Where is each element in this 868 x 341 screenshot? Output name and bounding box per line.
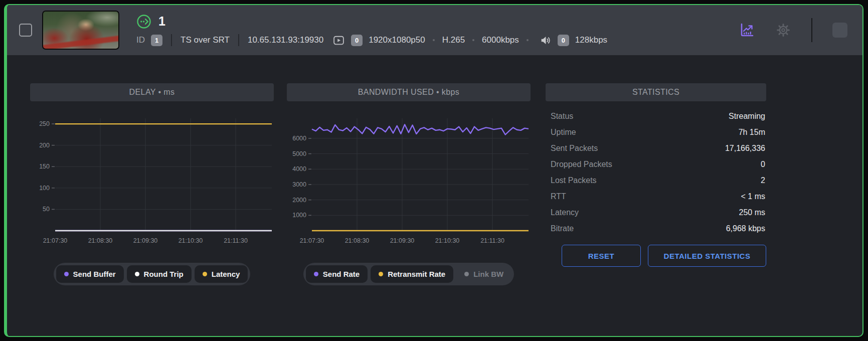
stat-value: 7h 15m bbox=[739, 128, 765, 137]
legend-label: Send Buffer bbox=[73, 270, 116, 278]
stat-row-sent-packets: Sent Packets17,166,336 bbox=[546, 140, 766, 156]
stat-row-dropped-packets: Dropped Packets0 bbox=[546, 156, 766, 173]
svg-text:21:11:30: 21:11:30 bbox=[224, 237, 248, 244]
stat-value: 2 bbox=[761, 176, 765, 185]
audio-track-count-badge: 0 bbox=[558, 35, 569, 46]
stat-row-rtt: RTT< 1 ms bbox=[546, 189, 766, 205]
stat-value: 6,968 kbps bbox=[726, 224, 765, 233]
video-codec: H.265 bbox=[442, 35, 465, 45]
dot-separator bbox=[433, 39, 435, 41]
settings-button[interactable] bbox=[775, 22, 791, 38]
svg-text:21:09:30: 21:09:30 bbox=[390, 237, 415, 244]
protocol-label: TS over SRT bbox=[181, 35, 230, 45]
legend-item-latency[interactable]: Latency bbox=[195, 265, 248, 283]
legend-dot bbox=[203, 272, 207, 276]
delay-panel: DELAY • ms 5010015020025021:07:3021:08:3… bbox=[30, 83, 274, 285]
bandwidth-chart-legend: Send RateRetransmit RateLink BW bbox=[303, 263, 514, 285]
legend-dot bbox=[64, 272, 69, 276]
svg-text:21:07:30: 21:07:30 bbox=[43, 237, 68, 244]
stat-value: 250 ms bbox=[739, 208, 765, 217]
header-actions bbox=[738, 18, 847, 42]
reset-button[interactable]: RESET bbox=[562, 245, 641, 267]
stream-details-row: ID 1 TS over SRT 10.65.131.93:19930 0 19… bbox=[136, 34, 607, 47]
stat-value: < 1 ms bbox=[741, 192, 765, 201]
svg-text:21:08:30: 21:08:30 bbox=[345, 237, 370, 244]
legend-item-retransmit-rate[interactable]: Retransmit Rate bbox=[371, 265, 453, 283]
stat-label: Lost Packets bbox=[551, 176, 597, 185]
svg-text:50: 50 bbox=[43, 206, 50, 213]
video-resolution: 1920x1080p50 bbox=[369, 35, 425, 45]
id-badge: 1 bbox=[151, 35, 162, 46]
legend-item-send-rate[interactable]: Send Rate bbox=[306, 265, 368, 283]
stream-info-block: 1 ID 1 TS over SRT 10.65.131.93:19930 0 … bbox=[136, 14, 607, 47]
stream-id-row: 1 bbox=[136, 14, 607, 29]
legend-item-send-buffer[interactable]: Send Buffer bbox=[56, 265, 124, 283]
legend-item-link-bw[interactable]: Link BW bbox=[456, 265, 511, 283]
svg-text:4000: 4000 bbox=[292, 165, 306, 173]
legend-label: Latency bbox=[212, 270, 240, 278]
stream-address: 10.65.131.93:19930 bbox=[248, 35, 323, 45]
legend-dot bbox=[464, 272, 469, 276]
stream-card-body: DELAY • ms 5010015020025021:07:3021:08:3… bbox=[7, 55, 862, 336]
outgoing-stream-icon bbox=[136, 14, 151, 29]
stat-label: Sent Packets bbox=[551, 144, 598, 153]
statistics-chart-button[interactable] bbox=[738, 22, 755, 39]
audio-bitrate: 128kbps bbox=[575, 35, 607, 45]
stream-card-header: 1 ID 1 TS over SRT 10.65.131.93:19930 0 … bbox=[7, 5, 862, 55]
stat-label: Uptime bbox=[551, 128, 576, 137]
svg-text:1000: 1000 bbox=[292, 212, 306, 219]
video-track-icon bbox=[332, 34, 345, 47]
legend-dot bbox=[314, 272, 318, 276]
svg-text:5000: 5000 bbox=[292, 150, 306, 157]
video-thumbnail-preview[interactable] bbox=[42, 11, 119, 50]
svg-text:21:10:30: 21:10:30 bbox=[179, 237, 203, 244]
detailed-statistics-button[interactable]: DETAILED STATISTICS bbox=[648, 245, 766, 267]
delay-chart: 5010015020025021:07:3021:08:3021:09:3021… bbox=[30, 111, 274, 248]
gear-icon bbox=[775, 22, 791, 38]
stream-card: 1 ID 1 TS over SRT 10.65.131.93:19930 0 … bbox=[4, 4, 863, 337]
legend-label: Link BW bbox=[473, 270, 503, 278]
legend-item-round-trip[interactable]: Round Trip bbox=[127, 265, 192, 283]
svg-text:21:09:30: 21:09:30 bbox=[133, 237, 158, 244]
svg-text:21:08:30: 21:08:30 bbox=[88, 237, 113, 244]
stat-label: RTT bbox=[551, 192, 566, 201]
statistics-rows: StatusStreamingUptime7h 15mSent Packets1… bbox=[546, 108, 766, 237]
svg-text:21:10:30: 21:10:30 bbox=[435, 237, 460, 244]
dot-separator bbox=[472, 39, 474, 41]
bandwidth-panel-title: BANDWIDTH USED • kbps bbox=[287, 83, 531, 101]
svg-text:21:11:30: 21:11:30 bbox=[480, 237, 504, 244]
stat-label: Bitrate bbox=[551, 224, 574, 233]
svg-text:3000: 3000 bbox=[292, 181, 306, 188]
audio-speaker-icon bbox=[539, 34, 552, 47]
separator bbox=[811, 18, 812, 42]
stat-value: Streaming bbox=[729, 112, 765, 121]
svg-text:6000: 6000 bbox=[292, 135, 306, 142]
svg-text:2000: 2000 bbox=[292, 197, 306, 204]
stat-value: 0 bbox=[761, 160, 765, 169]
stat-label: Status bbox=[551, 112, 573, 121]
svg-text:21:07:30: 21:07:30 bbox=[300, 237, 324, 244]
stat-row-latency: Latency250 ms bbox=[546, 205, 766, 221]
video-track-count-badge: 0 bbox=[351, 35, 363, 46]
svg-text:100: 100 bbox=[39, 185, 50, 192]
stat-row-bitrate: Bitrate6,968 kbps bbox=[546, 221, 766, 237]
statistics-buttons-row: RESET DETAILED STATISTICS bbox=[546, 245, 766, 267]
delay-panel-title: DELAY • ms bbox=[30, 83, 274, 101]
dot-separator bbox=[527, 39, 529, 41]
select-stream-checkbox[interactable] bbox=[19, 24, 32, 37]
stat-row-status: StatusStreaming bbox=[546, 108, 766, 124]
separator bbox=[171, 34, 172, 46]
stat-label: Dropped Packets bbox=[551, 160, 612, 169]
legend-label: Send Rate bbox=[323, 270, 360, 278]
legend-dot bbox=[135, 272, 139, 276]
statistics-panel-title: STATISTICS bbox=[546, 83, 766, 101]
legend-label: Round Trip bbox=[144, 270, 184, 278]
video-bitrate: 6000kbps bbox=[482, 35, 519, 45]
stream-number: 1 bbox=[158, 15, 165, 28]
svg-text:150: 150 bbox=[39, 163, 50, 170]
statistics-panel: STATISTICS StatusStreamingUptime7h 15mSe… bbox=[546, 83, 766, 267]
stop-stream-button[interactable] bbox=[832, 23, 847, 38]
stat-value: 17,166,336 bbox=[725, 144, 765, 153]
stat-row-uptime: Uptime7h 15m bbox=[546, 124, 766, 140]
separator bbox=[238, 34, 239, 46]
